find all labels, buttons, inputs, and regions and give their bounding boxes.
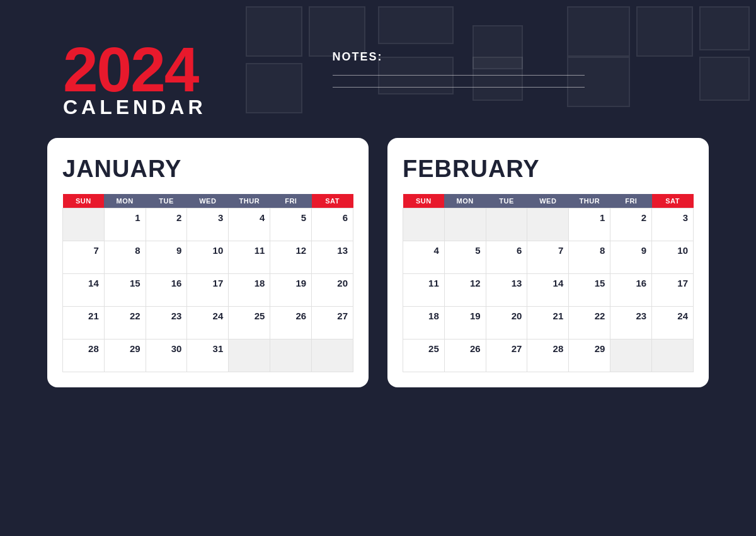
table-row: 14151617181920 <box>63 274 353 307</box>
list-item: 6 <box>312 208 353 241</box>
list-item: 18 <box>403 307 445 339</box>
list-item: 28 <box>63 339 105 372</box>
list-item: 7 <box>527 241 569 274</box>
notes-line-2 <box>333 87 585 88</box>
jan-header-mon: MON <box>104 194 146 208</box>
list-item <box>270 339 312 372</box>
table-row: 2526272829 <box>403 339 694 372</box>
list-item: 4 <box>229 208 270 241</box>
list-item: 23 <box>146 307 187 339</box>
list-item: 18 <box>229 274 270 307</box>
list-item: 21 <box>527 307 569 339</box>
jan-header-sun: SUN <box>63 194 105 208</box>
list-item <box>229 339 270 372</box>
list-item: 21 <box>63 307 105 339</box>
list-item <box>610 339 652 372</box>
february-grid: SUN MON TUE WED THUR FRI SAT 12345678910… <box>403 194 694 372</box>
list-item: 4 <box>403 241 445 274</box>
jan-header-thu: THUR <box>229 194 270 208</box>
january-header-row: SUN MON TUE WED THUR FRI SAT <box>63 194 353 208</box>
list-item: 9 <box>146 241 187 274</box>
list-item: 20 <box>486 307 527 339</box>
list-item: 8 <box>104 241 146 274</box>
feb-header-fri: FRI <box>610 194 652 208</box>
page-header: 2024 CALENDAR NOTES: <box>0 0 756 138</box>
list-item: 30 <box>146 339 187 372</box>
january-calendar: JANUARY SUN MON TUE WED THUR FRI SAT 123… <box>47 138 369 387</box>
list-item: 14 <box>63 274 105 307</box>
calendar-label: CALENDAR <box>63 96 207 119</box>
table-row: 28293031 <box>63 339 353 372</box>
list-item: 16 <box>610 274 652 307</box>
table-row: 11121314151617 <box>403 274 694 307</box>
list-item <box>486 208 527 241</box>
list-item: 5 <box>270 208 312 241</box>
list-item: 15 <box>569 274 610 307</box>
list-item <box>403 208 445 241</box>
list-item <box>63 208 105 241</box>
jan-header-wed: WED <box>187 194 229 208</box>
list-item: 3 <box>187 208 229 241</box>
list-item: 22 <box>569 307 610 339</box>
year-text: 2024 <box>63 38 207 101</box>
list-item: 17 <box>187 274 229 307</box>
table-row: 123456 <box>63 208 353 241</box>
table-row: 45678910 <box>403 241 694 274</box>
list-item: 5 <box>444 241 486 274</box>
table-row: 123 <box>403 208 694 241</box>
list-item: 25 <box>229 307 270 339</box>
february-header-row: SUN MON TUE WED THUR FRI SAT <box>403 194 694 208</box>
list-item: 11 <box>229 241 270 274</box>
list-item: 27 <box>486 339 527 372</box>
jan-header-tue: TUE <box>146 194 187 208</box>
jan-header-fri: FRI <box>270 194 312 208</box>
list-item: 25 <box>403 339 445 372</box>
notes-label: NOTES: <box>333 50 693 64</box>
feb-header-tue: TUE <box>486 194 527 208</box>
list-item: 19 <box>270 274 312 307</box>
list-item <box>312 339 353 372</box>
list-item: 10 <box>652 241 694 274</box>
list-item: 24 <box>652 307 694 339</box>
list-item: 12 <box>270 241 312 274</box>
list-item: 24 <box>187 307 229 339</box>
list-item: 28 <box>527 339 569 372</box>
list-item: 2 <box>610 208 652 241</box>
feb-header-sat: SAT <box>652 194 694 208</box>
list-item: 19 <box>444 307 486 339</box>
feb-header-wed: WED <box>527 194 569 208</box>
notes-line-1 <box>333 75 585 76</box>
feb-header-sun: SUN <box>403 194 445 208</box>
list-item: 26 <box>444 339 486 372</box>
list-item: 3 <box>652 208 694 241</box>
list-item: 1 <box>104 208 146 241</box>
february-calendar: FEBRUARY SUN MON TUE WED THUR FRI SAT 12… <box>387 138 709 387</box>
list-item: 26 <box>270 307 312 339</box>
list-item: 8 <box>569 241 610 274</box>
list-item: 1 <box>569 208 610 241</box>
list-item: 13 <box>486 274 527 307</box>
list-item: 15 <box>104 274 146 307</box>
list-item: 14 <box>527 274 569 307</box>
notes-block: NOTES: <box>333 38 693 99</box>
list-item: 7 <box>63 241 105 274</box>
list-item: 9 <box>610 241 652 274</box>
january-body: 1234567891011121314151617181920212223242… <box>63 208 353 372</box>
list-item: 6 <box>486 241 527 274</box>
feb-header-mon: MON <box>444 194 486 208</box>
list-item <box>527 208 569 241</box>
list-item: 10 <box>187 241 229 274</box>
list-item: 22 <box>104 307 146 339</box>
list-item: 13 <box>312 241 353 274</box>
feb-header-thu: THUR <box>569 194 610 208</box>
list-item: 29 <box>104 339 146 372</box>
calendars-row: JANUARY SUN MON TUE WED THUR FRI SAT 123… <box>0 138 756 387</box>
table-row: 21222324252627 <box>63 307 353 339</box>
list-item: 27 <box>312 307 353 339</box>
list-item: 29 <box>569 339 610 372</box>
january-grid: SUN MON TUE WED THUR FRI SAT 12345678910… <box>62 194 353 372</box>
list-item <box>652 339 694 372</box>
list-item: 16 <box>146 274 187 307</box>
list-item: 20 <box>312 274 353 307</box>
list-item: 23 <box>610 307 652 339</box>
